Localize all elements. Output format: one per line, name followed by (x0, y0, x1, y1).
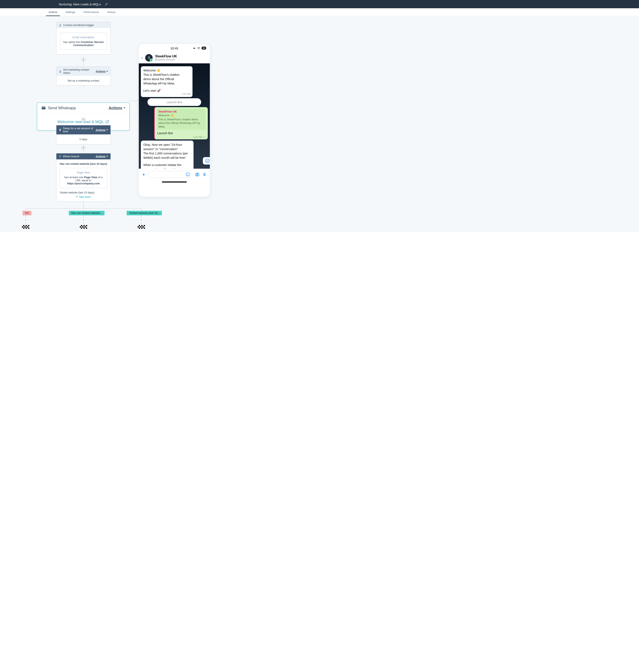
whatsapp-action-button[interactable]: Launch Bot (147, 98, 201, 106)
tab-history[interactable]: History (103, 8, 120, 16)
camera-icon[interactable] (195, 172, 200, 177)
contact-icon (59, 24, 62, 27)
add-step-button[interactable]: + (81, 145, 86, 150)
airplane-icon (193, 47, 196, 50)
quote-sender: SleekFlow UK (158, 110, 204, 113)
svg-point-11 (59, 156, 60, 156)
branch-condition-1: Has not visited website (last 10 days) (60, 162, 107, 165)
quote-text: This is SleekFlow's chatbot demo about t… (158, 118, 204, 129)
status-bar: 12:41 53 (139, 44, 210, 52)
branch-rule-bold: Page View (84, 176, 97, 179)
finish-flag-icon (22, 225, 29, 229)
svg-point-12 (61, 156, 61, 156)
message-outgoing: SleekFlow UK Welcome 👋 This is SleekFlow… (154, 107, 208, 139)
envelope-icon (41, 106, 46, 110)
scroll-down-button[interactable] (203, 157, 210, 164)
message-text: This is SleekFlow's chatbot demo about t… (143, 73, 180, 86)
message-text: Okay. Now we open "24-hour session" or "… (143, 143, 191, 160)
delay-actions[interactable]: Actions (96, 128, 108, 131)
home-indicator (162, 181, 187, 182)
chat-subtitle: Business Account (155, 58, 177, 61)
delay-body: 5 days (57, 134, 110, 144)
delay-header-text: Delay for a set amount of time (63, 127, 96, 133)
add-step-button[interactable]: + (81, 117, 86, 122)
branch-inset-label: Page View (62, 171, 105, 174)
branch-pill-no[interactable]: NO (22, 211, 31, 215)
branch-card[interactable]: If/then branch Actions Has not visited w… (56, 153, 111, 202)
attach-icon[interactable]: + (142, 171, 145, 178)
mic-icon[interactable] (202, 172, 206, 177)
chat-body[interactable]: Welcome 👋 This is SleekFlow's chatbot de… (139, 63, 210, 169)
back-icon[interactable]: ‹ (141, 55, 143, 61)
avatar[interactable]: S (145, 54, 153, 62)
enrollment-card[interactable]: Contact enrollment trigger Email subscri… (56, 22, 111, 54)
tab-actions[interactable]: Actions (44, 8, 62, 16)
marketing-card[interactable]: Set marketing contact status Actions Set… (56, 66, 111, 86)
top-bar: Nurturing: New Leads & MQLs (0, 0, 639, 8)
quoted-message: SleekFlow UK Welcome 👋 This is SleekFlow… (157, 109, 206, 130)
enrollment-header: Contact enrollment trigger (57, 22, 110, 28)
svg-point-17 (197, 174, 198, 175)
edit-icon[interactable] (105, 3, 108, 5)
battery-level: 53 (202, 47, 206, 50)
phone-preview: 12:41 53 ‹ S SleekFlow UK Business Accou… (139, 44, 210, 197)
branch-pill-not-visited[interactable]: Has not visited website... (69, 211, 105, 215)
svg-rect-15 (186, 173, 189, 176)
branch-condition-2: Visited website (last 10 days) (60, 191, 107, 194)
svg-point-14 (205, 159, 209, 163)
contact-icon (59, 70, 62, 73)
quote-text: Welcome 👋 (158, 114, 204, 117)
enrollment-header-text: Contact enrollment trigger (63, 23, 94, 27)
reply-text: Launch Bot (157, 131, 206, 135)
add-step-button[interactable]: + (139, 218, 144, 222)
add-step-button[interactable]: + (23, 218, 28, 222)
tabs: Actions Settings Performance History (0, 8, 639, 16)
message-timestamp: 5:31 PM (182, 93, 190, 96)
workflow-canvas[interactable]: Contact enrollment trigger Email subscri… (0, 16, 639, 232)
message-timestamp: 5:31 PM ✓✓ (193, 136, 206, 139)
svg-rect-18 (204, 173, 205, 175)
hourglass-icon (59, 129, 61, 131)
enrollment-rule: Email subscription has opted into Custom… (60, 33, 107, 50)
add-step-button[interactable]: + (81, 58, 86, 62)
message-input[interactable] (148, 171, 192, 178)
send-whatsapp-actions[interactable]: Actions (109, 106, 125, 110)
branch-rule-prefix: has at least one (64, 176, 84, 179)
tab-performance[interactable]: Performance (79, 8, 103, 16)
branch-actions[interactable]: Actions (96, 155, 108, 158)
svg-rect-16 (196, 173, 199, 176)
message-incoming: Okay. Now we open "24-hour session" or "… (141, 141, 193, 169)
marketing-header: Set marketing contact status Actions (57, 67, 110, 76)
message-incoming: Welcome 👋 This is SleekFlow's chatbot de… (141, 66, 192, 97)
sticker-icon[interactable] (186, 172, 190, 177)
message-text: Let's start 🚀 (143, 89, 180, 93)
branch-rule-bold2: https://yourcompany.com (67, 182, 100, 185)
status-time: 12:41 (170, 46, 178, 50)
chat-header: ‹ S SleekFlow UK Business Account (139, 52, 210, 63)
finish-flag-icon (80, 225, 87, 229)
enrollment-section-label: Email subscription (62, 36, 105, 39)
wifi-icon (197, 47, 200, 49)
see-more-link[interactable]: See more (57, 194, 110, 201)
svg-point-9 (60, 70, 61, 71)
message-text: When a customer initiate the conversatio… (143, 163, 191, 169)
branch-icon (59, 155, 61, 158)
tab-settings[interactable]: Settings (62, 8, 79, 16)
add-step-button[interactable]: + (81, 218, 86, 222)
svg-point-8 (60, 24, 61, 25)
workflow-title: Nurturing: New Leads & MQLs (59, 2, 101, 6)
enrollment-rule-prefix: has opted into (63, 41, 81, 44)
delay-card[interactable]: Delay for a set amount of time Actions 5… (56, 125, 111, 144)
external-link-icon (105, 120, 109, 124)
message-text: Welcome 👋 (143, 68, 180, 73)
send-whatsapp-title: Send Whatsapp (48, 106, 76, 110)
marketing-header-text: Set marketing contact status (63, 68, 96, 74)
chat-name: SleekFlow UK (155, 54, 177, 58)
chat-input-bar: + (139, 169, 210, 180)
marketing-body: Set as a marketing contact (57, 76, 110, 85)
marketing-actions[interactable]: Actions (96, 70, 108, 73)
branch-pill-visited[interactable]: Visited website (last 10... (127, 211, 162, 215)
finish-flag-icon (138, 225, 145, 229)
branch-header-text: If/then branch (63, 155, 79, 158)
